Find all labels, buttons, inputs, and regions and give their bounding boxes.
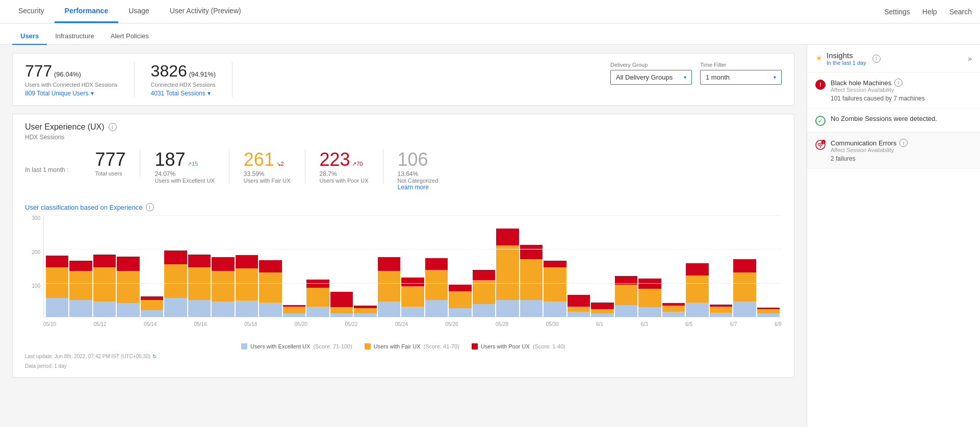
- legend-excellent-dot: [241, 343, 247, 349]
- legend-fair-label: Users with Fair UX: [374, 343, 421, 349]
- ux-poor-pct: 28.7%: [320, 170, 369, 178]
- settings-link[interactable]: Settings: [884, 8, 910, 16]
- wifi-error-svg: !: [815, 140, 826, 150]
- bar-poor-3: [117, 257, 139, 271]
- bar-excellent-25: [638, 307, 661, 317]
- insights-sun-icon: ☀: [815, 54, 822, 63]
- bar-group-26: [662, 215, 685, 317]
- bar-excellent-19: [496, 300, 519, 317]
- bar-col-24: [615, 215, 637, 317]
- bar-fair-2: [93, 267, 116, 302]
- ux-excellent-label: Users with Excellent UX: [154, 178, 214, 184]
- comm-error-icon: !: [815, 140, 826, 150]
- bar-group-12: [330, 215, 353, 317]
- x-label-14: 6/7: [730, 321, 737, 327]
- bar-group-16: [425, 215, 448, 317]
- bar-col-5: [164, 215, 187, 317]
- insights-subtitle: In the last 1 day: [827, 60, 866, 66]
- tab-performance[interactable]: Performance: [55, 0, 119, 23]
- black-hole-info-icon[interactable]: i: [894, 79, 902, 87]
- bar-excellent-1: [69, 300, 92, 317]
- bar-fair-1: [69, 271, 92, 300]
- bar-fair-21: [544, 267, 566, 302]
- tab-user-activity[interactable]: User Activity (Preview): [160, 0, 251, 23]
- bar-group-15: [401, 215, 424, 317]
- sessions-pct: (94.91%): [189, 70, 216, 78]
- bar-col-23: [591, 215, 613, 317]
- bar-poor-25: [638, 279, 661, 289]
- bar-poor-4: [141, 296, 163, 300]
- bar-excellent-20: [520, 300, 543, 317]
- connected-sessions-stat: 3826 (94.91%) Connected HDX Sessions 403…: [151, 62, 233, 97]
- filters-area: Delivery Group All Delivery Groups Time …: [610, 62, 782, 85]
- bar-group-5: [164, 215, 187, 317]
- subnav-tab-alert-policies[interactable]: Alert Policies: [102, 28, 157, 45]
- bar-col-29: [733, 215, 756, 317]
- insights-header: ☀ Insights In the last 1 day i: [807, 45, 980, 72]
- ux-fair-label: Users with Fair UX: [244, 178, 291, 184]
- ux-info-icon[interactable]: i: [109, 123, 117, 131]
- bar-excellent-23: [591, 313, 613, 317]
- ux-total-stat: 777 Total users: [81, 149, 140, 177]
- bar-col-26: [662, 215, 685, 317]
- bar-poor-1: [69, 261, 92, 271]
- learn-more-link[interactable]: Learn more: [398, 184, 439, 191]
- bar-poor-27: [686, 263, 708, 275]
- bar-group-18: [473, 215, 495, 317]
- delivery-group-filter: Delivery Group All Delivery Groups: [610, 62, 692, 85]
- bar-group-21: [544, 215, 566, 317]
- refresh-icon[interactable]: ↻: [152, 354, 157, 359]
- comm-errors-info-icon[interactable]: i: [899, 139, 908, 147]
- time-filter-select[interactable]: 1 month: [700, 70, 782, 85]
- bar-fair-30: [757, 309, 780, 313]
- insight-zombie-sessions: ✓ No Zombie Sessions were detected.: [807, 109, 980, 133]
- bar-fair-8: [236, 268, 258, 300]
- bar-col-30: [757, 215, 780, 317]
- legend-poor: Users with Poor UX (Score: 1-40): [472, 343, 565, 349]
- delivery-group-select[interactable]: All Delivery Groups: [610, 70, 692, 85]
- bar-col-15: [401, 215, 424, 317]
- insights-info-icon[interactable]: i: [872, 55, 881, 63]
- bar-fair-9: [259, 272, 281, 303]
- chart-container: [43, 215, 782, 317]
- insights-expand-button[interactable]: [968, 55, 972, 63]
- bar-col-10: [283, 215, 305, 317]
- bar-col-14: [378, 215, 400, 317]
- help-link[interactable]: Help: [922, 8, 937, 16]
- tab-security[interactable]: Security: [8, 0, 55, 23]
- ux-section: User Experience (UX) i HDX Sessions In l…: [12, 114, 794, 378]
- grid-line-200: [44, 249, 782, 249]
- ux-stats-row: In last 1 month : 777 Total users 187 ↗1…: [25, 149, 782, 191]
- bar-excellent-10: [283, 313, 305, 317]
- ux-title: User Experience (UX) i: [25, 122, 782, 132]
- legend-excellent-score: (Score: 71-100): [313, 343, 352, 349]
- bar-excellent-13: [354, 313, 376, 317]
- bar-group-2: [93, 215, 116, 317]
- bar-excellent-14: [378, 302, 400, 317]
- legend-poor-score: (Score: 1-40): [533, 343, 565, 349]
- bar-col-3: [117, 215, 139, 317]
- sessions-label: Connected HDX Sessions: [151, 82, 216, 88]
- black-hole-title: Black hole Machines i: [831, 79, 972, 87]
- y-label-300: 300: [25, 215, 40, 221]
- chart-header[interactable]: User classification based on Experience …: [25, 203, 782, 211]
- chart-info-icon[interactable]: i: [146, 203, 154, 211]
- bar-col-6: [188, 215, 211, 317]
- bar-group-29: [733, 215, 756, 317]
- subnav-tab-infrastructure[interactable]: Infrastructure: [47, 28, 102, 45]
- total-sessions-link[interactable]: 4031 Total Sessions ▾: [151, 90, 216, 97]
- bar-excellent-30: [757, 313, 780, 317]
- tab-usage[interactable]: Usage: [118, 0, 159, 23]
- total-unique-users-link[interactable]: 809 Total Unique Users ▾: [25, 90, 118, 97]
- ux-excellent-number: 187: [154, 149, 185, 170]
- comm-errors-title: Communication Errors i: [831, 139, 972, 147]
- x-label-0: 05/10: [43, 321, 56, 327]
- bar-poor-17: [449, 285, 471, 291]
- bar-poor-20: [520, 245, 543, 259]
- bar-group-22: [568, 215, 590, 317]
- bar-group-19: [496, 215, 519, 317]
- search-link[interactable]: Search: [949, 8, 972, 16]
- subnav-tab-users[interactable]: Users: [12, 28, 47, 45]
- x-label-11: 6/1: [596, 321, 603, 327]
- bar-group-23: [591, 215, 613, 317]
